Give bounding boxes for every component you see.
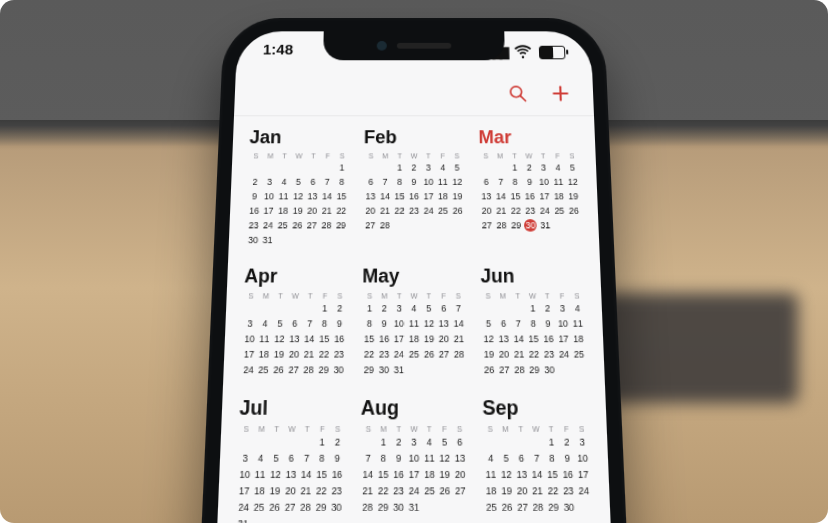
battery-icon [539, 45, 566, 59]
add-icon[interactable] [550, 84, 571, 108]
month-sep[interactable]: SepSMTWTFS000012345678910111213141516171… [482, 397, 593, 523]
month-label: Sep [482, 397, 589, 421]
iphone-device: 1:48 ▁▃▅▇ [189, 18, 638, 523]
month-jul[interactable]: JulSMTWTFS000001234567891011121314151617… [235, 397, 346, 523]
month-jan[interactable]: JanSMTWTFS000000123456789101112131415161… [246, 127, 350, 246]
month-label: Mar [478, 127, 579, 148]
wifi-icon [513, 41, 534, 63]
search-icon[interactable] [507, 84, 528, 108]
month-label: Jul [239, 397, 346, 421]
status-time: 1:48 [262, 41, 293, 63]
month-may[interactable]: MaySMTWTFS123456789101112131415161718192… [361, 265, 466, 376]
calendar-app-screen: 1:48 ▁▃▅▇ [207, 31, 622, 523]
month-label: Apr [244, 265, 348, 287]
month-jun[interactable]: JunSMTWTFS000123456789101112131415161718… [480, 265, 587, 376]
svg-line-1 [521, 96, 526, 101]
month-aug[interactable]: AugSMTWTFS012345678910111213141516171819… [360, 397, 469, 523]
month-label: Aug [361, 397, 467, 421]
month-label: May [362, 265, 465, 287]
month-label: Feb [364, 127, 464, 148]
today-marker: 30 [524, 219, 537, 232]
year-view-grid[interactable]: JanSMTWTFS000000123456789101112131415161… [207, 121, 622, 523]
month-feb[interactable]: FebSMTWTFS001234567891011121314151617181… [363, 127, 465, 246]
device-notch [323, 31, 505, 60]
month-mar[interactable]: MarSMTWTFS001234567891011121314151617181… [478, 127, 582, 246]
month-label: Jan [249, 127, 350, 148]
month-label: Jun [480, 265, 584, 287]
month-apr[interactable]: AprSMTWTFS000001234567891011121314151617… [241, 265, 348, 376]
calendar-toolbar [234, 76, 594, 116]
